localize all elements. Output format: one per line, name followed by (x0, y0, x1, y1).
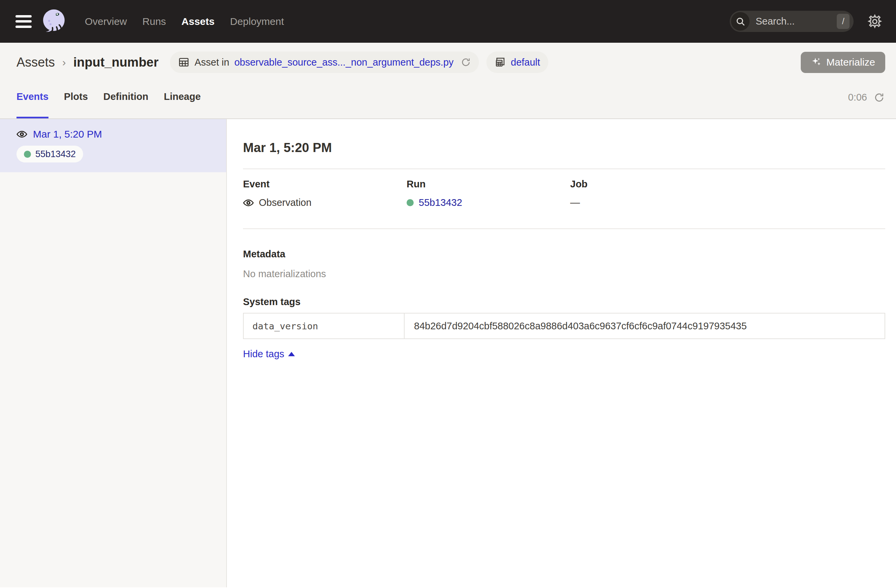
tab-definition[interactable]: Definition (103, 76, 148, 119)
divider (243, 228, 885, 229)
breadcrumb: Assets › input_number Asset in observabl… (0, 43, 896, 73)
run-id-tag[interactable]: 55b13432 (17, 146, 83, 163)
system-tags-table: data_version 84b26d7d9204cbf588026c8a988… (243, 313, 885, 339)
system-tags-heading: System tags (243, 296, 885, 307)
refresh-countdown: 0:06 (848, 92, 867, 103)
event-detail-title: Mar 1, 5:20 PM (243, 141, 885, 155)
run-status-dot (407, 199, 414, 206)
observation-eye-icon (17, 129, 27, 140)
asset-location-badge: Asset in observable_source_ass..._non_ar… (170, 52, 479, 73)
event-list-item[interactable]: Mar 1, 5:20 PM 55b13432 (0, 119, 226, 172)
metadata-heading: Metadata (243, 249, 885, 260)
materialize-button[interactable]: Materialize (801, 52, 885, 73)
run-status-dot (24, 151, 31, 158)
materialize-label: Materialize (826, 56, 875, 68)
refresh-icon[interactable] (874, 92, 885, 103)
asset-page-header: Assets › input_number Asset in observabl… (0, 43, 896, 119)
run-id-link[interactable]: 55b13432 (419, 197, 462, 208)
tag-value-cell: 84b26d7d9204cbf588026c8a9886d403a6c9637c… (405, 313, 885, 339)
repo-stack-icon (494, 56, 506, 68)
breadcrumb-assets-link[interactable]: Assets (17, 55, 55, 70)
hamburger-menu-icon[interactable] (15, 15, 32, 28)
reload-icon[interactable] (461, 57, 471, 67)
observation-eye-icon (243, 198, 254, 208)
nav-overview[interactable]: Overview (85, 16, 127, 27)
job-column-header: Job (570, 179, 885, 190)
tag-key-cell: data_version (244, 313, 405, 339)
event-detail-panel: Mar 1, 5:20 PM Event Observation (227, 119, 896, 587)
chevron-up-icon (288, 352, 295, 356)
tabs-spacer (216, 76, 832, 119)
nav-assets[interactable]: Assets (181, 16, 215, 27)
metadata-empty-text: No materializations (243, 269, 885, 280)
search-placeholder: Search... (756, 16, 837, 27)
sparkles-icon (811, 57, 821, 68)
search-shortcut-badge: / (837, 14, 850, 29)
asset-definition-file-link[interactable]: observable_source_ass..._non_argument_de… (234, 57, 453, 68)
tab-events[interactable]: Events (17, 76, 49, 119)
chevron-right-icon: › (62, 56, 66, 68)
page-title: input_number (73, 55, 158, 70)
event-column-header: Event (243, 179, 407, 190)
event-summary-columns: Event Observation Run 55b13 (243, 179, 885, 208)
nav-deployment[interactable]: Deployment (230, 16, 284, 27)
run-id-text: 55b13432 (35, 149, 76, 160)
repo-default-link[interactable]: default (511, 57, 540, 68)
event-type-value: Observation (259, 197, 311, 208)
tab-lineage[interactable]: Lineage (164, 76, 201, 119)
job-column: Job — (570, 179, 885, 208)
run-column: Run 55b13432 (407, 179, 570, 208)
global-search-input[interactable]: Search... / (730, 11, 853, 32)
run-column-header: Run (407, 179, 570, 190)
gear-icon[interactable] (867, 14, 882, 29)
divider (243, 169, 885, 169)
asset-location-prefix: Asset in (195, 57, 229, 68)
content-area: Mar 1, 5:20 PM 55b13432 Mar 1, 5:20 PM E… (0, 119, 896, 587)
search-icon (731, 12, 750, 30)
table-grid-icon (178, 56, 189, 68)
dagster-octopus-logo[interactable] (40, 8, 69, 36)
hide-tags-link[interactable]: Hide tags (243, 348, 295, 360)
event-timestamp-link[interactable]: Mar 1, 5:20 PM (33, 129, 102, 140)
top-navigation-bar: Overview Runs Assets Deployment Search..… (0, 0, 896, 43)
event-list-sidebar: Mar 1, 5:20 PM 55b13432 (0, 119, 227, 587)
asset-tabs: Events Plots Definition Lineage 0:06 (0, 76, 896, 119)
tab-plots[interactable]: Plots (64, 76, 88, 119)
hide-tags-label: Hide tags (243, 348, 284, 360)
job-value: — (570, 197, 580, 208)
primary-nav: Overview Runs Assets Deployment (85, 16, 284, 27)
nav-runs[interactable]: Runs (142, 16, 166, 27)
repo-badge: default (486, 52, 548, 73)
event-column: Event Observation (243, 179, 407, 208)
